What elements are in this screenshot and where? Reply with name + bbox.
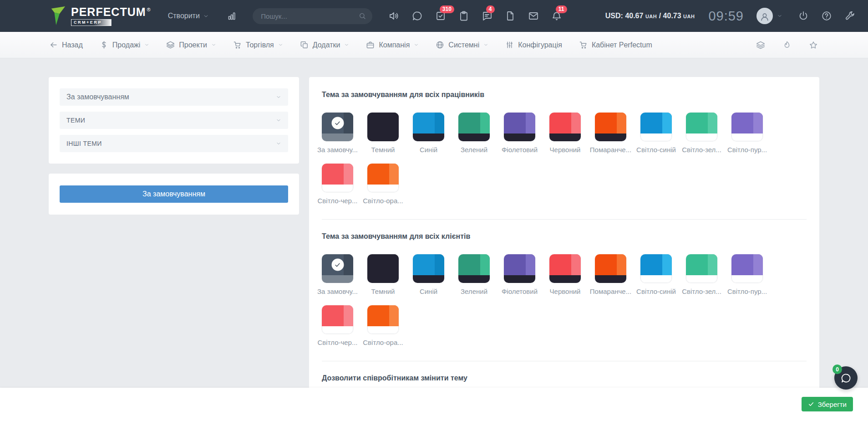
action-footer: Зберегти	[0, 388, 868, 421]
nav-item-label: Проекти	[179, 41, 207, 49]
theme-label: Світло-чер...	[318, 197, 358, 205]
save-button[interactable]: Зберегти	[802, 397, 853, 411]
header-actions: 310411	[389, 10, 562, 21]
theme-swatch	[413, 254, 444, 283]
nav-item-системні[interactable]: Системні	[436, 41, 488, 49]
nav-item-додатки[interactable]: Додатки	[300, 41, 350, 49]
theme-option[interactable]: Світло-ора...	[367, 164, 399, 205]
theme-swatch	[322, 305, 353, 334]
theme-label: Світло-синій	[636, 288, 676, 295]
theme-option[interactable]: Світло-синій	[640, 113, 672, 154]
theme-option[interactable]: Синій	[413, 113, 444, 154]
theme-swatch	[367, 164, 399, 192]
theme-swatch	[686, 113, 717, 141]
theme-option[interactable]: Світло-пур...	[731, 113, 763, 154]
theme-option[interactable]: Світло-чер...	[322, 305, 353, 346]
favorites-button[interactable]	[809, 41, 818, 50]
theme-swatch	[367, 113, 399, 141]
nav-item-компанія[interactable]: Компанія	[366, 41, 419, 49]
chat-bubble-icon	[841, 373, 852, 384]
brand-logo[interactable]: PERFECTUM® CRM+ERP	[49, 5, 151, 26]
nav-item-назад[interactable]: Назад	[49, 41, 83, 49]
clock: 09:59	[708, 9, 744, 24]
theme-option[interactable]: За замовчу...	[322, 254, 353, 295]
theme-option[interactable]: Червоний	[549, 113, 581, 154]
nav-item-продажі[interactable]: Продажі	[100, 41, 149, 49]
tools-button[interactable]	[844, 10, 855, 21]
chevron-down-icon	[203, 13, 209, 19]
theme-swatch	[640, 254, 672, 283]
save-label: Зберегти	[818, 400, 847, 408]
theme-option[interactable]: Темний	[367, 113, 399, 154]
chat-widget-button[interactable]: 0	[834, 366, 858, 390]
theme-label: Темний	[371, 146, 395, 154]
selected-check-icon	[331, 117, 344, 129]
chevron-down-icon	[777, 13, 782, 19]
theme-option[interactable]: Світло-ора...	[367, 305, 399, 346]
theme-label: Світло-зел...	[682, 146, 721, 154]
group-themes[interactable]: ТЕМИ	[60, 112, 288, 129]
theme-swatch	[367, 254, 399, 283]
group-themes-label: ТЕМИ	[66, 117, 85, 124]
theme-option[interactable]: Світло-чер...	[322, 164, 353, 205]
theme-swatch	[322, 254, 353, 283]
theme-option[interactable]: Світло-синій	[640, 254, 672, 295]
mail-button[interactable]	[528, 10, 539, 21]
apply-default-button[interactable]: За замовчуванням	[60, 185, 288, 203]
clipboard-button[interactable]	[458, 10, 469, 21]
theme-label: Синій	[420, 288, 437, 295]
theme-option[interactable]: Світло-пур...	[731, 254, 763, 295]
nav-item-проекти[interactable]: Проекти	[166, 41, 216, 49]
create-label: Створити	[168, 12, 200, 20]
comments-button[interactable]	[412, 10, 423, 21]
theme-option[interactable]: Світло-зел...	[686, 254, 717, 295]
theme-swatch	[731, 254, 763, 283]
group-other-themes[interactable]: ІНШІ ТЕМИ	[60, 135, 288, 152]
avatar	[756, 8, 773, 24]
theme-label: Світло-пур...	[727, 288, 767, 295]
theme-option[interactable]: Червоний	[549, 254, 581, 295]
nav-item-торгівля[interactable]: Торгівля	[233, 41, 283, 49]
apply-card: За замовчуванням	[49, 174, 299, 215]
volume-button[interactable]	[389, 10, 400, 21]
currency-sell-unit: UAH	[683, 14, 695, 19]
theme-option[interactable]: Синій	[413, 254, 444, 295]
theme-option[interactable]: Фіолетовий	[504, 113, 535, 154]
selected-check-icon	[331, 259, 344, 271]
search-input[interactable]	[261, 12, 359, 20]
arrow-left-icon	[49, 41, 58, 49]
theme-swatch	[595, 254, 626, 283]
check-icon	[808, 401, 814, 407]
theme-option[interactable]: За замовчу...	[322, 113, 353, 154]
notifications-button[interactable]: 11	[551, 10, 562, 21]
default-select[interactable]: За замовчуванням	[60, 88, 288, 106]
logout-button[interactable]	[798, 10, 809, 21]
nav-item-кабінет-perfectum[interactable]: Кабінет Perfectum	[579, 41, 652, 49]
check-icon	[335, 120, 341, 126]
theme-option[interactable]: Світло-зел...	[686, 113, 717, 154]
bar-chart-icon[interactable]	[227, 11, 236, 21]
documents-button[interactable]	[505, 10, 516, 21]
nav-item-конфігурація[interactable]: Конфігурація	[505, 41, 562, 49]
nav-quick-icons	[756, 41, 818, 50]
search-box[interactable]	[253, 8, 372, 24]
theme-label: Світло-синій	[636, 146, 676, 154]
theme-option[interactable]: Зелений	[458, 254, 490, 295]
theme-option[interactable]: Помаранче...	[595, 113, 626, 154]
hot-button[interactable]	[782, 41, 792, 50]
create-button[interactable]: Створити	[168, 12, 209, 20]
theme-label: Світло-чер...	[318, 339, 358, 346]
nav-item-label: Додатки	[313, 41, 340, 49]
user-menu[interactable]	[756, 8, 782, 24]
theme-swatch	[413, 113, 444, 141]
tasks-button[interactable]: 310	[435, 10, 446, 21]
theme-swatch	[549, 113, 581, 141]
messages-button[interactable]: 4	[482, 10, 492, 21]
layers-button[interactable]	[756, 41, 765, 50]
user-icon	[760, 12, 770, 22]
help-button[interactable]	[821, 10, 832, 21]
theme-option[interactable]: Зелений	[458, 113, 490, 154]
theme-option[interactable]: Темний	[367, 254, 399, 295]
theme-option[interactable]: Помаранче...	[595, 254, 626, 295]
theme-option[interactable]: Фіолетовий	[504, 254, 535, 295]
